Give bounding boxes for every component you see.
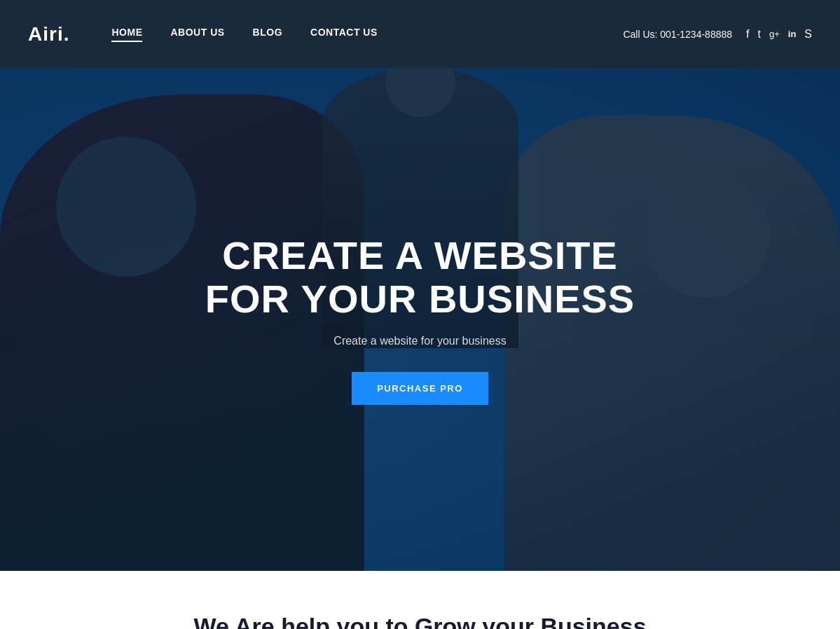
purchase-pro-button[interactable]: PURCHASE PRO [352,372,488,405]
bottom-section: We Are help you to Grow your Business Ex… [0,571,840,629]
social-icons-group: f t g+ in S [746,28,812,41]
nav-item-contact[interactable]: CONTACT US [310,27,378,42]
header-right: Call Us: 001-1234-88888 f t g+ in S [623,28,812,41]
bottom-title: We Are help you to Grow your Business [28,613,812,629]
hero-content: CREATE A WEBSITE FOR YOUR BUSINESS Creat… [205,234,635,404]
phone-number: Call Us: 001-1234-88888 [623,29,732,40]
hero-section: CREATE A WEBSITE FOR YOUR BUSINESS Creat… [0,68,840,571]
nav-item-home[interactable]: HOME [111,27,142,42]
site-header: Airi. HOME ABOUT US BLOG CONTACT US Call… [0,0,840,68]
hero-title: CREATE A WEBSITE FOR YOUR BUSINESS [205,234,635,320]
nav-item-about[interactable]: ABOUT US [170,27,224,42]
main-nav: HOME ABOUT US BLOG CONTACT US [111,27,623,42]
hero-subtitle: Create a website for your business [205,335,635,347]
logo[interactable]: Airi. [28,23,69,46]
skype-icon[interactable]: S [804,28,812,41]
nav-item-blog[interactable]: BLOG [253,27,282,42]
google-plus-icon[interactable]: g+ [769,29,780,39]
linkedin-icon[interactable]: in [788,29,797,39]
twitter-icon[interactable]: t [757,28,760,41]
facebook-icon[interactable]: f [746,28,749,41]
